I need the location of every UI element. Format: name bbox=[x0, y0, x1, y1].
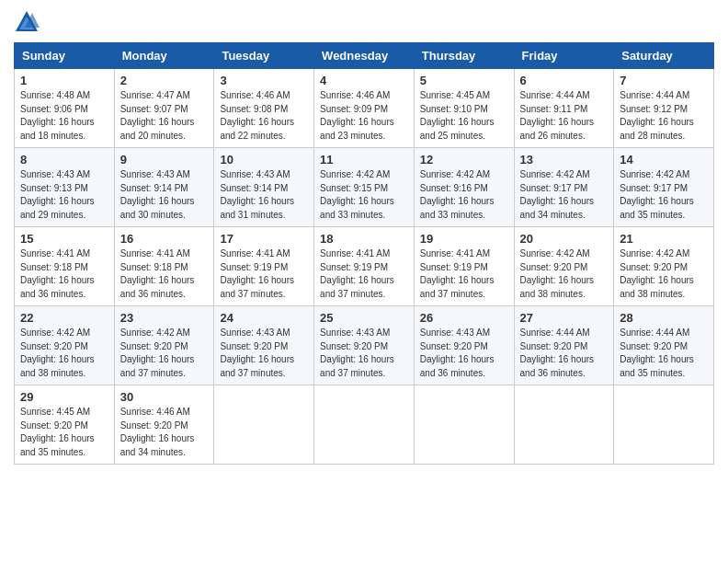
calendar-cell: 10Sunrise: 4:43 AMSunset: 9:14 PMDayligh… bbox=[214, 148, 314, 227]
week-row-5: 29Sunrise: 4:45 AMSunset: 9:20 PMDayligh… bbox=[15, 385, 714, 465]
day-number: 18 bbox=[320, 232, 408, 246]
day-number: 12 bbox=[420, 153, 508, 167]
day-info: Sunrise: 4:46 AMSunset: 9:09 PMDaylight:… bbox=[320, 90, 394, 141]
day-number: 6 bbox=[520, 74, 609, 87]
day-number: 27 bbox=[520, 311, 609, 325]
day-info: Sunrise: 4:48 AMSunset: 9:06 PMDaylight:… bbox=[20, 90, 95, 141]
day-number: 22 bbox=[20, 311, 108, 325]
calendar-cell bbox=[614, 385, 714, 465]
logo bbox=[14, 9, 43, 35]
calendar-cell: 28Sunrise: 4:44 AMSunset: 9:20 PMDayligh… bbox=[614, 306, 714, 385]
day-info: Sunrise: 4:44 AMSunset: 9:12 PMDaylight:… bbox=[620, 90, 694, 141]
calendar: SundayMondayTuesdayWednesdayThursdayFrid… bbox=[14, 42, 714, 465]
day-number: 16 bbox=[120, 232, 209, 246]
calendar-cell bbox=[314, 385, 415, 465]
day-number: 21 bbox=[620, 232, 708, 246]
day-info: Sunrise: 4:41 AMSunset: 9:19 PMDaylight:… bbox=[220, 248, 294, 299]
calendar-cell: 24Sunrise: 4:43 AMSunset: 9:20 PMDayligh… bbox=[214, 306, 314, 385]
week-row-3: 15Sunrise: 4:41 AMSunset: 9:18 PMDayligh… bbox=[15, 227, 714, 306]
day-number: 30 bbox=[120, 390, 209, 404]
calendar-cell: 6Sunrise: 4:44 AMSunset: 9:11 PMDaylight… bbox=[514, 69, 614, 148]
week-row-4: 22Sunrise: 4:42 AMSunset: 9:20 PMDayligh… bbox=[15, 306, 714, 385]
logo-icon bbox=[14, 9, 40, 35]
calendar-cell: 21Sunrise: 4:42 AMSunset: 9:20 PMDayligh… bbox=[614, 227, 714, 306]
calendar-cell: 2Sunrise: 4:47 AMSunset: 9:07 PMDaylight… bbox=[114, 69, 214, 148]
day-info: Sunrise: 4:43 AMSunset: 9:20 PMDaylight:… bbox=[220, 327, 294, 378]
day-number: 2 bbox=[120, 74, 209, 87]
day-number: 11 bbox=[320, 153, 408, 167]
day-number: 20 bbox=[520, 232, 609, 246]
header bbox=[14, 9, 714, 35]
day-info: Sunrise: 4:43 AMSunset: 9:13 PMDaylight:… bbox=[20, 169, 95, 220]
day-info: Sunrise: 4:47 AMSunset: 9:07 PMDaylight:… bbox=[120, 90, 195, 141]
calendar-cell: 3Sunrise: 4:46 AMSunset: 9:08 PMDaylight… bbox=[214, 69, 314, 148]
day-number: 29 bbox=[20, 390, 108, 404]
calendar-cell: 4Sunrise: 4:46 AMSunset: 9:09 PMDaylight… bbox=[314, 69, 415, 148]
day-number: 8 bbox=[20, 153, 108, 167]
calendar-cell: 17Sunrise: 4:41 AMSunset: 9:19 PMDayligh… bbox=[214, 227, 314, 306]
calendar-cell: 19Sunrise: 4:41 AMSunset: 9:19 PMDayligh… bbox=[414, 227, 514, 306]
day-info: Sunrise: 4:43 AMSunset: 9:14 PMDaylight:… bbox=[220, 169, 294, 220]
weekday-header-tuesday: Tuesday bbox=[214, 43, 314, 69]
week-row-1: 1Sunrise: 4:48 AMSunset: 9:06 PMDaylight… bbox=[15, 69, 714, 148]
day-number: 26 bbox=[420, 311, 508, 325]
day-number: 4 bbox=[320, 74, 408, 87]
day-number: 10 bbox=[220, 153, 308, 167]
calendar-cell: 9Sunrise: 4:43 AMSunset: 9:14 PMDaylight… bbox=[114, 148, 214, 227]
day-info: Sunrise: 4:41 AMSunset: 9:18 PMDaylight:… bbox=[120, 248, 195, 299]
calendar-cell bbox=[214, 385, 314, 465]
weekday-header-wednesday: Wednesday bbox=[314, 43, 415, 69]
weekday-header-friday: Friday bbox=[514, 43, 614, 69]
day-info: Sunrise: 4:42 AMSunset: 9:20 PMDaylight:… bbox=[620, 248, 694, 299]
calendar-cell: 1Sunrise: 4:48 AMSunset: 9:06 PMDaylight… bbox=[15, 69, 115, 148]
day-info: Sunrise: 4:44 AMSunset: 9:20 PMDaylight:… bbox=[620, 327, 694, 378]
calendar-cell: 29Sunrise: 4:45 AMSunset: 9:20 PMDayligh… bbox=[15, 385, 115, 465]
calendar-cell: 25Sunrise: 4:43 AMSunset: 9:20 PMDayligh… bbox=[314, 306, 415, 385]
calendar-cell: 23Sunrise: 4:42 AMSunset: 9:20 PMDayligh… bbox=[114, 306, 214, 385]
calendar-cell bbox=[414, 385, 514, 465]
calendar-cell: 22Sunrise: 4:42 AMSunset: 9:20 PMDayligh… bbox=[15, 306, 115, 385]
day-info: Sunrise: 4:43 AMSunset: 9:20 PMDaylight:… bbox=[320, 327, 394, 378]
day-number: 3 bbox=[220, 74, 308, 87]
day-info: Sunrise: 4:41 AMSunset: 9:18 PMDaylight:… bbox=[20, 248, 95, 299]
calendar-cell: 7Sunrise: 4:44 AMSunset: 9:12 PMDaylight… bbox=[614, 69, 714, 148]
page: SundayMondayTuesdayWednesdayThursdayFrid… bbox=[0, 0, 728, 478]
calendar-cell bbox=[514, 385, 614, 465]
weekday-header-row: SundayMondayTuesdayWednesdayThursdayFrid… bbox=[15, 43, 714, 69]
day-info: Sunrise: 4:42 AMSunset: 9:15 PMDaylight:… bbox=[320, 169, 394, 220]
weekday-header-sunday: Sunday bbox=[15, 43, 115, 69]
day-number: 1 bbox=[20, 74, 108, 87]
day-info: Sunrise: 4:42 AMSunset: 9:20 PMDaylight:… bbox=[520, 248, 595, 299]
weekday-header-saturday: Saturday bbox=[614, 43, 714, 69]
day-number: 24 bbox=[220, 311, 308, 325]
calendar-cell: 30Sunrise: 4:46 AMSunset: 9:20 PMDayligh… bbox=[114, 385, 214, 465]
calendar-cell: 27Sunrise: 4:44 AMSunset: 9:20 PMDayligh… bbox=[514, 306, 614, 385]
day-number: 25 bbox=[320, 311, 408, 325]
day-number: 13 bbox=[520, 153, 609, 167]
day-info: Sunrise: 4:42 AMSunset: 9:17 PMDaylight:… bbox=[620, 169, 694, 220]
calendar-cell: 11Sunrise: 4:42 AMSunset: 9:15 PMDayligh… bbox=[314, 148, 415, 227]
day-info: Sunrise: 4:42 AMSunset: 9:16 PMDaylight:… bbox=[420, 169, 495, 220]
calendar-cell: 18Sunrise: 4:41 AMSunset: 9:19 PMDayligh… bbox=[314, 227, 415, 306]
day-info: Sunrise: 4:42 AMSunset: 9:20 PMDaylight:… bbox=[20, 327, 95, 378]
calendar-cell: 20Sunrise: 4:42 AMSunset: 9:20 PMDayligh… bbox=[514, 227, 614, 306]
day-info: Sunrise: 4:43 AMSunset: 9:14 PMDaylight:… bbox=[120, 169, 195, 220]
weekday-header-thursday: Thursday bbox=[414, 43, 514, 69]
day-info: Sunrise: 4:44 AMSunset: 9:11 PMDaylight:… bbox=[520, 90, 595, 141]
calendar-cell: 8Sunrise: 4:43 AMSunset: 9:13 PMDaylight… bbox=[15, 148, 115, 227]
day-number: 19 bbox=[420, 232, 508, 246]
calendar-cell: 14Sunrise: 4:42 AMSunset: 9:17 PMDayligh… bbox=[614, 148, 714, 227]
day-number: 15 bbox=[20, 232, 108, 246]
day-info: Sunrise: 4:42 AMSunset: 9:20 PMDaylight:… bbox=[120, 327, 195, 378]
week-row-2: 8Sunrise: 4:43 AMSunset: 9:13 PMDaylight… bbox=[15, 148, 714, 227]
day-number: 14 bbox=[620, 153, 708, 167]
day-info: Sunrise: 4:43 AMSunset: 9:20 PMDaylight:… bbox=[420, 327, 495, 378]
day-info: Sunrise: 4:46 AMSunset: 9:08 PMDaylight:… bbox=[220, 90, 294, 141]
day-info: Sunrise: 4:41 AMSunset: 9:19 PMDaylight:… bbox=[420, 248, 495, 299]
day-info: Sunrise: 4:46 AMSunset: 9:20 PMDaylight:… bbox=[120, 407, 195, 457]
day-number: 23 bbox=[120, 311, 209, 325]
day-number: 9 bbox=[120, 153, 209, 167]
day-number: 5 bbox=[420, 74, 508, 87]
calendar-cell: 12Sunrise: 4:42 AMSunset: 9:16 PMDayligh… bbox=[414, 148, 514, 227]
day-number: 7 bbox=[620, 74, 708, 87]
